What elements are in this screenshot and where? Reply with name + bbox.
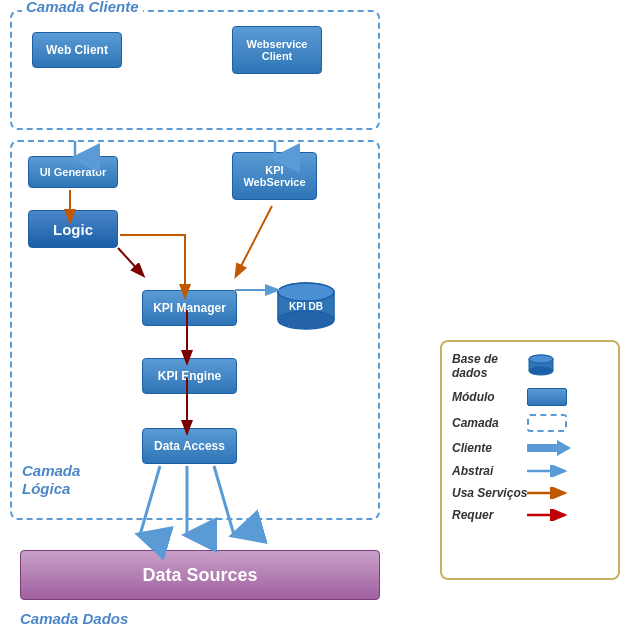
legend-arrow-blue2 <box>527 465 571 477</box>
svg-rect-23 <box>527 444 557 452</box>
kpi-engine-box: KPI Engine <box>142 358 237 394</box>
camada-logica-border: CamadaLógica UI Generator KPI WebService… <box>10 140 380 520</box>
camada-cliente-border: Camada Cliente Web Client Webservice Cli… <box>10 10 380 130</box>
camada-dados-label: Camada Dados <box>20 610 128 627</box>
legend-layer-icon <box>527 414 567 432</box>
camada-cliente-label: Camada Cliente <box>22 0 143 15</box>
legend-item-abstrai: Abstrai <box>452 464 608 478</box>
logic-box: Logic <box>28 210 118 248</box>
kpi-db-cylinder: KPI DB <box>276 282 336 336</box>
legend-module-icon <box>527 388 567 406</box>
svg-text:KPI DB: KPI DB <box>289 301 323 312</box>
svg-marker-24 <box>557 440 571 456</box>
legend-database-icon <box>527 356 555 376</box>
legend-item-module: Módulo <box>452 388 608 406</box>
legend-arrow-red <box>527 509 571 521</box>
main-diagram: Camada Cliente Web Client Webservice Cli… <box>10 10 400 620</box>
legend-item-usa-servicos: Usa Serviços <box>452 486 608 500</box>
svg-point-22 <box>529 355 553 363</box>
legend-arrow-orange <box>527 487 571 499</box>
webservice-client-box: Webservice Client <box>232 26 322 74</box>
legend-item-database: Base dedados <box>452 352 608 380</box>
svg-point-4 <box>278 311 334 329</box>
data-access-box: Data Access <box>142 428 237 464</box>
kpi-manager-box: KPI Manager <box>142 290 237 326</box>
web-client-box: Web Client <box>32 32 122 68</box>
legend-item-requer: Requer <box>452 508 608 522</box>
kpi-webservice-box: KPI WebService <box>232 152 317 200</box>
legend-item-layer: Camada <box>452 414 608 432</box>
ui-generator-box: UI Generator <box>28 156 118 188</box>
svg-point-21 <box>529 367 553 375</box>
legend-box: Base dedados Módulo Camada Cliente <box>440 340 620 580</box>
data-sources-box: Data Sources <box>20 550 380 600</box>
camada-logica-label: CamadaLógica <box>22 462 80 498</box>
legend-item-cliente: Cliente <box>452 440 608 456</box>
legend-arrow-blue <box>527 440 571 456</box>
svg-point-5 <box>278 283 334 301</box>
